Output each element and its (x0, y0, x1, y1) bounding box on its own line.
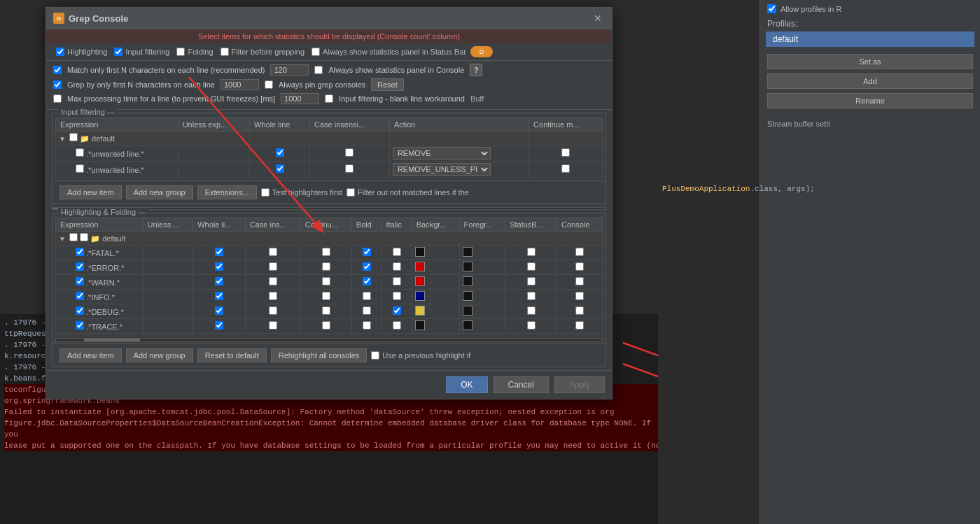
fatal-statusb-cb[interactable] (527, 248, 536, 256)
use-previous-highlight-cb[interactable] (371, 351, 379, 360)
info-case-cb[interactable] (269, 292, 277, 300)
max-processing-input[interactable] (281, 93, 319, 104)
trace-bg-swatch[interactable] (415, 320, 425, 330)
always-pin-checkbox[interactable] (265, 80, 273, 89)
trace-statusb-cb[interactable] (527, 321, 536, 330)
match-only-input[interactable] (270, 64, 309, 76)
apply-button[interactable]: Apply (554, 376, 605, 393)
hf-group-cb2[interactable] (80, 233, 88, 241)
debug-bg[interactable] (412, 304, 459, 319)
warn-bold-cb[interactable] (363, 277, 371, 285)
debug-fg[interactable] (459, 304, 505, 319)
rehighlight-all-btn[interactable]: Rehighlight all consoles (271, 348, 368, 362)
fatal-bg-swatch[interactable] (415, 247, 425, 257)
trace-whole-cb[interactable] (215, 321, 223, 330)
toggle-button[interactable]: D (470, 46, 493, 57)
item2-whole-cb[interactable] (276, 164, 284, 173)
add-new-group-btn-1[interactable]: Add new group (126, 185, 193, 199)
close-button[interactable]: ✕ (591, 12, 605, 24)
debug-cb[interactable] (76, 306, 84, 315)
item2-action-select[interactable]: REMOVE_UNLESS_PREVIO... REMOVE (393, 163, 491, 176)
folding-checkbox[interactable] (176, 48, 185, 56)
debug-cont-cb[interactable] (322, 306, 330, 315)
debug-whole-cb[interactable] (215, 306, 223, 315)
fatal-console-cb[interactable] (575, 248, 584, 256)
debug-italic-cb[interactable] (393, 306, 401, 315)
trace-case-cb[interactable] (269, 321, 277, 330)
warn-statusb-cb[interactable] (527, 277, 536, 285)
test-highlighters-cb[interactable] (261, 188, 270, 197)
error-cb[interactable] (76, 262, 84, 271)
cancel-button[interactable]: Cancel (493, 376, 549, 393)
info-statusb-cb[interactable] (527, 292, 536, 300)
debug-console-cb[interactable] (575, 306, 584, 315)
always-show-status-checkbox[interactable] (314, 66, 323, 74)
rename-button[interactable]: Rename (767, 93, 973, 108)
error-bold-cb[interactable] (363, 262, 371, 271)
error-bg[interactable] (412, 260, 459, 275)
group-cb1[interactable] (69, 133, 78, 141)
info-fg[interactable] (459, 290, 505, 304)
error-statusb-cb[interactable] (527, 262, 536, 271)
trace-fg[interactable] (459, 319, 505, 334)
item1-case-cb[interactable] (345, 148, 354, 157)
info-bold-cb[interactable] (363, 292, 371, 300)
debug-bg-swatch[interactable] (415, 306, 425, 316)
item2-cont-cb[interactable] (561, 164, 570, 173)
info-cont-cb[interactable] (322, 292, 330, 300)
match-only-checkbox[interactable] (53, 66, 62, 74)
info-console-cb[interactable] (575, 292, 584, 300)
trace-fg-swatch[interactable] (463, 320, 472, 330)
error-fg-swatch[interactable] (463, 262, 472, 271)
profile-default[interactable]: default (766, 31, 974, 47)
warn-whole-cb[interactable] (215, 277, 223, 285)
info-cb[interactable] (76, 292, 84, 300)
grep-only-input[interactable] (220, 79, 259, 90)
trace-cont-cb[interactable] (322, 321, 330, 330)
fatal-italic-cb[interactable] (393, 248, 401, 256)
warn-fg[interactable] (459, 275, 505, 290)
info-whole-cb[interactable] (215, 292, 223, 300)
error-case-cb[interactable] (269, 262, 277, 271)
trace-italic-cb[interactable] (393, 321, 401, 330)
warn-cont-cb[interactable] (322, 277, 330, 285)
trace-bold-cb[interactable] (363, 321, 371, 330)
expander-icon[interactable]: ▼ (59, 135, 66, 143)
error-fg[interactable] (459, 260, 505, 275)
fatal-case-cb[interactable] (269, 248, 277, 256)
debug-bold-cb[interactable] (363, 306, 371, 315)
hf-group-cb1[interactable] (69, 233, 78, 241)
trace-cb[interactable] (76, 321, 84, 330)
fatal-bold-cb[interactable] (363, 248, 371, 256)
trace-console-cb[interactable] (575, 321, 584, 330)
always-show-checkbox[interactable] (312, 48, 320, 56)
item2-cb[interactable] (76, 164, 84, 173)
info-italic-cb[interactable] (393, 292, 401, 300)
warn-case-cb[interactable] (269, 277, 277, 285)
allow-profiles-checkbox[interactable] (767, 4, 776, 13)
reset-to-default-btn[interactable]: Reset to default (197, 348, 267, 362)
question-button-1[interactable]: ? (470, 64, 482, 76)
fatal-fg-swatch[interactable] (463, 247, 472, 257)
info-bg-swatch[interactable] (415, 291, 425, 301)
add-new-item-btn-2[interactable]: Add new item (59, 348, 122, 362)
error-bg-swatch[interactable] (415, 262, 425, 271)
fatal-cb[interactable] (76, 248, 84, 256)
item1-action-select[interactable]: REMOVE REMOVE_UNLESS_PREVIO... (393, 147, 491, 160)
fatal-cont-cb[interactable] (322, 248, 330, 256)
blank-line-checkbox[interactable] (325, 94, 333, 103)
add-new-item-btn-1[interactable]: Add new item (59, 185, 122, 199)
grep-only-checkbox[interactable] (53, 80, 62, 89)
hf-expander-icon[interactable]: ▼ (59, 235, 66, 243)
filter-not-matched-cb[interactable] (346, 188, 355, 197)
max-processing-checkbox[interactable] (53, 94, 62, 103)
debug-statusb-cb[interactable] (527, 306, 536, 315)
reset-button[interactable]: Reset (371, 78, 404, 91)
highlighting-checkbox[interactable] (56, 48, 64, 56)
ok-button[interactable]: OK (446, 376, 487, 393)
hf-scroll-thumb[interactable] (84, 339, 140, 341)
error-console-cb[interactable] (575, 262, 584, 271)
info-fg-swatch[interactable] (463, 291, 472, 301)
warn-cb[interactable] (76, 277, 84, 285)
trace-bg[interactable] (412, 319, 459, 334)
